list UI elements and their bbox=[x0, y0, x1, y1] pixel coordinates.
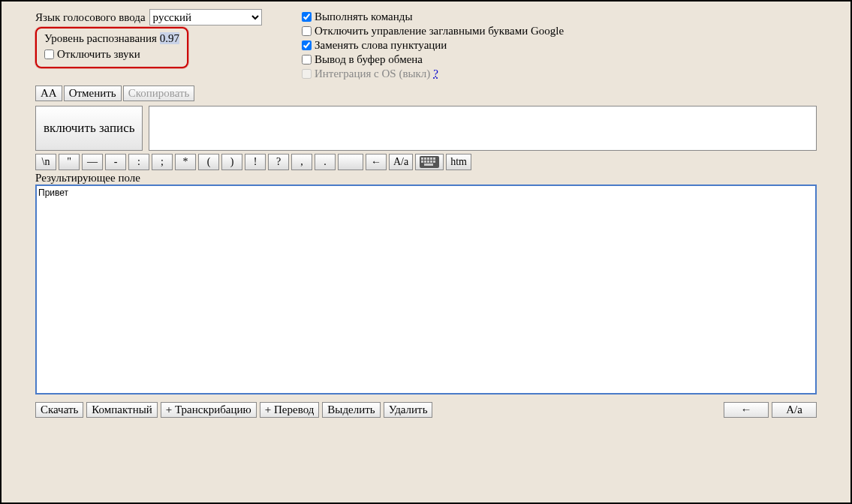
svg-rect-6 bbox=[421, 160, 423, 163]
opt-label-3: Вывод в буфер обмена bbox=[315, 53, 423, 66]
sym-button-17[interactable]: htm bbox=[446, 154, 471, 170]
sym-button-8[interactable]: ) bbox=[221, 154, 242, 170]
sym-button-13[interactable] bbox=[338, 154, 363, 170]
sym-button-3[interactable]: - bbox=[105, 154, 126, 170]
svg-rect-1 bbox=[421, 158, 423, 160]
add-transcription-button[interactable]: + Транскрибацию bbox=[161, 402, 257, 418]
symbol-row: \n"—-:;*()!?,. ←A/ahtm bbox=[9, 154, 843, 170]
svg-rect-3 bbox=[427, 158, 429, 160]
sym-button-16[interactable] bbox=[415, 154, 444, 170]
sym-button-5[interactable]: ; bbox=[152, 154, 173, 170]
result-textarea[interactable] bbox=[35, 184, 817, 394]
opt-label-2: Заменять слова пунктуации bbox=[315, 39, 447, 52]
sym-button-4[interactable]: : bbox=[128, 154, 149, 170]
svg-rect-10 bbox=[433, 160, 435, 163]
help-link[interactable]: ? bbox=[433, 68, 438, 80]
opt-label-1: Отключить управление заглавными буквами … bbox=[315, 25, 564, 38]
sym-button-0[interactable]: \n bbox=[35, 154, 56, 170]
sym-button-6[interactable]: * bbox=[175, 154, 196, 170]
svg-rect-11 bbox=[424, 164, 433, 166]
sym-button-11[interactable]: , bbox=[291, 154, 312, 170]
opt-checkbox-2[interactable] bbox=[302, 40, 312, 50]
options-column: Выполнять командыОтключить управление за… bbox=[302, 9, 564, 82]
lang-select[interactable]: русский bbox=[149, 9, 262, 26]
opt-checkbox-0[interactable] bbox=[302, 12, 312, 22]
sym-button-2[interactable]: — bbox=[82, 154, 103, 170]
add-translate-button[interactable]: + Перевод bbox=[260, 402, 320, 418]
sym-button-1[interactable]: " bbox=[59, 154, 80, 170]
compact-button[interactable]: Компактный bbox=[86, 402, 157, 418]
svg-rect-4 bbox=[430, 158, 432, 160]
svg-rect-7 bbox=[424, 160, 426, 163]
aa-button[interactable]: AA bbox=[35, 86, 62, 101]
case-toggle-button[interactable]: A/a bbox=[772, 402, 817, 418]
opt-checkbox-1[interactable] bbox=[302, 26, 312, 36]
sym-button-9[interactable]: ! bbox=[245, 154, 266, 170]
mute-checkbox[interactable] bbox=[44, 50, 54, 59]
svg-rect-2 bbox=[424, 158, 426, 160]
conf-value: 0.97 bbox=[160, 32, 179, 44]
copy-button[interactable]: Скопировать bbox=[123, 86, 195, 101]
recognition-highlight: Уровень распознавания 0.97 Отключить зву… bbox=[35, 27, 188, 68]
select-button[interactable]: Выделить bbox=[322, 402, 380, 418]
svg-rect-8 bbox=[427, 160, 429, 163]
sym-button-15[interactable]: A/a bbox=[389, 154, 413, 170]
opt-checkbox-3[interactable] bbox=[302, 55, 312, 64]
record-button[interactable]: включить запись bbox=[35, 106, 143, 151]
back-button[interactable]: ← bbox=[724, 402, 769, 418]
undo-button[interactable]: Отменить bbox=[64, 86, 122, 101]
svg-rect-9 bbox=[430, 160, 432, 163]
conf-label: Уровень распознавания bbox=[44, 32, 157, 44]
sym-button-14[interactable]: ← bbox=[366, 154, 387, 170]
delete-button[interactable]: Удалить bbox=[384, 402, 433, 418]
sym-button-7[interactable]: ( bbox=[198, 154, 219, 170]
mute-label: Отключить звуки bbox=[57, 48, 140, 61]
opt-checkbox-4[interactable] bbox=[302, 69, 312, 79]
opt-label-4: Интеграция с OS (выкл) bbox=[315, 68, 430, 80]
svg-rect-5 bbox=[433, 158, 435, 160]
result-label: Результирующее поле bbox=[9, 170, 843, 184]
sym-button-12[interactable]: . bbox=[315, 154, 336, 170]
sym-button-10[interactable]: ? bbox=[268, 154, 289, 170]
download-button[interactable]: Скачать bbox=[35, 402, 83, 418]
input-textarea[interactable] bbox=[149, 106, 817, 151]
opt-label-0: Выполнять команды bbox=[315, 10, 413, 23]
lang-label: Язык голосового ввода bbox=[35, 11, 146, 24]
keyboard-icon bbox=[420, 156, 439, 168]
